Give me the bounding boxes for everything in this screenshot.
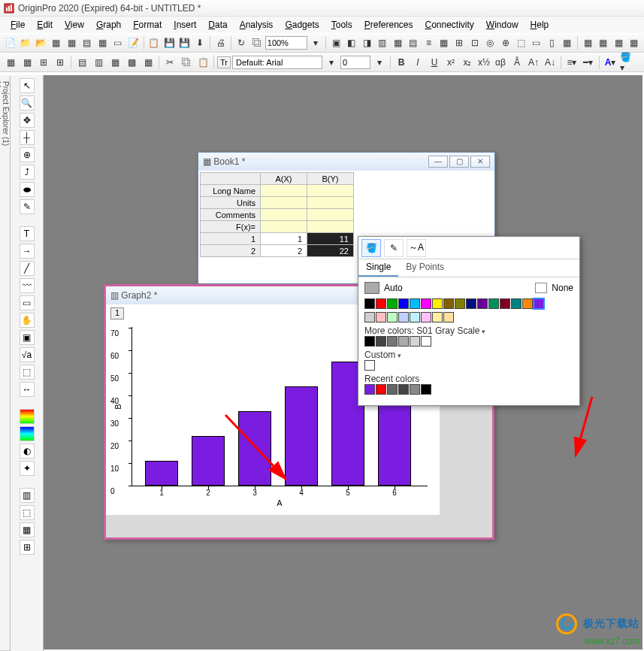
comments-row[interactable]: Comments: [201, 209, 261, 221]
mask-tool-icon[interactable]: ⬬: [20, 182, 35, 197]
reader-tool-icon[interactable]: ┼: [20, 130, 35, 145]
color-swatch[interactable]: [443, 298, 454, 309]
dock-tab[interactable]: Project Explorer (1): [2, 78, 10, 651]
color-swatch[interactable]: [410, 312, 420, 322]
palette-4-icon[interactable]: ✦: [20, 461, 35, 476]
insert-eq-icon[interactable]: √a: [20, 347, 35, 362]
col-a-header[interactable]: A(X): [261, 173, 307, 185]
tb-t[interactable]: ▦: [627, 35, 642, 50]
color-picker-popup[interactable]: 🪣 ✎ ～A Single By Points Auto None More c…: [358, 236, 580, 406]
custom-label[interactable]: Custom: [364, 350, 573, 360]
subscript-icon[interactable]: x₂: [460, 55, 475, 70]
menu-format[interactable]: Format: [127, 18, 168, 32]
color-swatch[interactable]: [398, 312, 409, 322]
insert-obj-icon[interactable]: ⬚: [20, 365, 35, 380]
color-swatch[interactable]: [398, 384, 409, 395]
fx-row[interactable]: F(x)=: [201, 221, 261, 233]
tb2-f[interactable]: ▥: [91, 55, 106, 70]
font-dropdown-icon[interactable]: ▾: [324, 55, 339, 70]
draw-data-icon[interactable]: ✎: [20, 199, 35, 214]
new-layout-icon[interactable]: ▭: [111, 35, 125, 50]
none-swatch[interactable]: [535, 283, 547, 293]
color-swatch[interactable]: [432, 298, 443, 309]
big-a-icon[interactable]: Å: [509, 55, 525, 70]
color-swatch[interactable]: [387, 336, 398, 347]
decrease-font-icon[interactable]: A↓: [543, 55, 558, 70]
polyline-tool-icon[interactable]: 〰: [20, 278, 35, 293]
tb2-a[interactable]: ▦: [3, 55, 18, 70]
menu-analysis[interactable]: Analysis: [234, 18, 280, 32]
new-notes-icon[interactable]: 📝: [126, 35, 141, 50]
color-swatch[interactable]: [421, 298, 431, 309]
tab-by-points[interactable]: By Points: [398, 259, 452, 277]
fill-mode-icon[interactable]: 🪣: [361, 239, 381, 257]
palette-7-icon[interactable]: ▦: [20, 522, 35, 537]
color-swatch[interactable]: [387, 384, 398, 395]
tb-s[interactable]: ▦: [612, 35, 626, 50]
close-button[interactable]: ✕: [470, 156, 490, 168]
tb-g[interactable]: ≡: [422, 35, 436, 50]
new-graph-icon[interactable]: ▦: [65, 35, 79, 50]
cell-a1[interactable]: 1: [261, 233, 307, 245]
insert-graph-icon[interactable]: ▣: [20, 330, 35, 345]
font-color-icon[interactable]: A▾: [603, 55, 618, 70]
color-swatch[interactable]: [364, 336, 375, 347]
color-swatch[interactable]: [398, 336, 409, 347]
color-swatch[interactable]: [500, 298, 510, 309]
color-swatch[interactable]: [364, 384, 375, 395]
print-icon[interactable]: 🖨: [213, 35, 228, 50]
color-swatch[interactable]: [421, 312, 431, 322]
region-tool-icon[interactable]: ✋: [20, 313, 35, 328]
tb2-i[interactable]: ▦: [141, 55, 156, 70]
tb-r[interactable]: ▦: [597, 35, 611, 50]
bold-icon[interactable]: B: [394, 55, 409, 70]
menu-file[interactable]: File: [5, 18, 31, 32]
tb2-e[interactable]: ▤: [74, 55, 89, 70]
tb-e[interactable]: ▦: [391, 35, 405, 50]
line-tool-icon[interactable]: ╱: [20, 261, 35, 276]
tb-p[interactable]: ▦: [561, 35, 575, 50]
italic-icon[interactable]: I: [410, 55, 425, 70]
import-icon[interactable]: ⬇: [193, 35, 207, 50]
font-style-icon[interactable]: Tr: [217, 56, 231, 68]
tb-j[interactable]: ⊡: [468, 35, 482, 50]
color-swatch[interactable]: [466, 298, 476, 309]
tb-l[interactable]: ⊕: [499, 35, 513, 50]
data-reader-icon[interactable]: ⊕: [20, 147, 35, 162]
longname-row[interactable]: Long Name: [201, 185, 261, 197]
menu-connectivity[interactable]: Connectivity: [419, 18, 479, 32]
color-swatch[interactable]: [443, 312, 454, 322]
duplicate-icon[interactable]: ⿻: [249, 35, 264, 50]
new-project-icon[interactable]: 📄: [3, 35, 17, 50]
palette-6-icon[interactable]: ⬚: [20, 505, 35, 520]
bar[interactable]: [145, 461, 178, 486]
color-swatch[interactable]: [387, 298, 398, 309]
pattern-mode-icon[interactable]: ～A: [407, 239, 426, 257]
color-swatch[interactable]: [410, 384, 420, 395]
new-excel-icon[interactable]: ▦: [95, 35, 110, 50]
menu-help[interactable]: Help: [525, 18, 555, 32]
increase-font-icon[interactable]: A↑: [526, 55, 541, 70]
layer-button[interactable]: 1: [110, 307, 124, 319]
more-colors-label[interactable]: More colors: S01 Gray Scale: [364, 326, 573, 336]
color-swatch[interactable]: [488, 298, 499, 309]
tb-m[interactable]: ⬚: [514, 35, 528, 50]
color-swatch[interactable]: [477, 298, 488, 309]
color-swatch[interactable]: [398, 298, 409, 309]
save-project-icon[interactable]: 💾: [177, 35, 192, 50]
greek-icon[interactable]: αβ: [493, 55, 508, 70]
color-swatch[interactable]: [511, 298, 522, 309]
line-style-icon[interactable]: ≡▾: [564, 55, 579, 70]
tb-i[interactable]: ⊞: [452, 35, 467, 50]
menu-tools[interactable]: Tools: [325, 18, 358, 32]
zoom-input[interactable]: [265, 36, 307, 50]
color-swatch[interactable]: [534, 298, 544, 309]
color-swatch[interactable]: [364, 298, 375, 309]
tb-c[interactable]: ◨: [360, 35, 374, 50]
palette-1-icon[interactable]: [20, 409, 35, 424]
line-weight-icon[interactable]: ━▾: [581, 55, 596, 70]
bar[interactable]: [192, 436, 225, 486]
zoom-tool-icon[interactable]: 🔍: [20, 95, 35, 111]
color-swatch[interactable]: [376, 384, 386, 395]
color-swatch[interactable]: [410, 336, 420, 347]
